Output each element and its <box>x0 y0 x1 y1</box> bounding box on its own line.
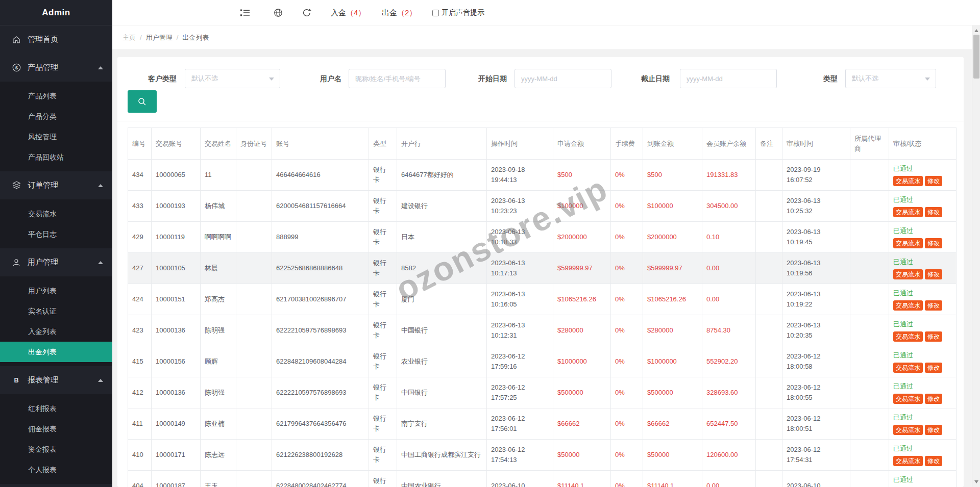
sidebar-subitem-产品分类[interactable]: 产品分类 <box>0 106 112 126</box>
username-input[interactable] <box>349 69 446 88</box>
type-select[interactable]: 默认不选 <box>845 69 936 88</box>
customer-type-value: 默认不选 <box>191 74 218 82</box>
breadcrumb-home[interactable]: 主页 <box>122 33 136 42</box>
table-cell: 0% <box>611 346 643 377</box>
edit-button[interactable]: 修改 <box>925 394 942 404</box>
deposit-badge[interactable]: 入金（4） <box>331 0 365 25</box>
table-cell: 啊啊啊啊 <box>201 222 236 253</box>
search-icon <box>137 97 147 107</box>
table-cell: 433 <box>128 191 152 222</box>
vertical-scrollbar[interactable] <box>972 25 980 487</box>
table-cell: 6217003810026896707 <box>272 284 369 315</box>
edit-button[interactable]: 修改 <box>925 331 942 342</box>
table-cell: $280000 <box>643 315 702 346</box>
sidebar-subitem-资金报表[interactable]: 资金报表 <box>0 439 112 459</box>
sidebar-subitem-产品列表[interactable]: 产品列表 <box>0 86 112 106</box>
scroll-up-icon[interactable] <box>972 27 980 35</box>
sound-checkbox[interactable] <box>432 10 439 16</box>
table-cell: 0% <box>611 191 643 222</box>
transaction-flow-button[interactable]: 交易流水 <box>893 207 923 217</box>
transaction-flow-button[interactable]: 交易流水 <box>893 363 923 373</box>
sidebar-item-label: 订单管理 <box>28 181 58 190</box>
column-header: 所属代理商 <box>850 128 889 160</box>
status-passed-label: 已通过 <box>893 475 952 485</box>
transaction-flow-button[interactable]: 交易流水 <box>893 269 923 279</box>
sidebar-item-用户管理[interactable]: 用户管理 <box>0 248 112 276</box>
collapse-sidebar-icon[interactable] <box>240 0 250 25</box>
transaction-flow-button[interactable]: 交易流水 <box>893 331 923 342</box>
status-cell: 已通过交易流水修改 <box>889 284 957 315</box>
table-cell: 0% <box>611 222 643 253</box>
edit-button[interactable]: 修改 <box>925 238 942 248</box>
transaction-flow-button[interactable]: 交易流水 <box>893 425 923 435</box>
edit-button[interactable]: 修改 <box>925 176 942 186</box>
scroll-down-icon[interactable] <box>972 478 980 486</box>
table-cell: 0% <box>611 471 643 487</box>
transaction-flow-button[interactable]: 交易流水 <box>893 394 923 404</box>
sidebar-subitem-出金列表[interactable]: 出金列表 <box>0 342 112 362</box>
status-cell: 已通过交易流水修改 <box>889 253 957 284</box>
table-cell: 2023-06-13 10:19:56 <box>782 253 850 284</box>
table-cell: $280000 <box>553 315 611 346</box>
breadcrumb-user-mgmt[interactable]: 用户管理 <box>146 33 173 42</box>
table-cell <box>756 377 782 408</box>
username-label: 用户名 <box>320 69 341 88</box>
edit-button[interactable]: 修改 <box>925 207 942 217</box>
column-header: 备注 <box>756 128 782 160</box>
sidebar-subitem-入金列表[interactable]: 入金列表 <box>0 321 112 342</box>
sidebar-subitem-产品回收站[interactable]: 产品回收站 <box>0 147 112 167</box>
sidebar-item-系统管理[interactable]: 系统管理 <box>0 484 112 487</box>
sidebar-subitem-交易流水[interactable]: 交易流水 <box>0 203 112 224</box>
edit-button[interactable]: 修改 <box>925 300 942 311</box>
sidebar-item-产品管理[interactable]: $产品管理 <box>0 54 112 82</box>
edit-button[interactable]: 修改 <box>925 363 942 373</box>
globe-icon[interactable] <box>274 0 283 25</box>
search-button[interactable] <box>128 90 157 113</box>
sidebar-subitem-用户列表[interactable]: 用户列表 <box>0 280 112 301</box>
edit-button[interactable]: 修改 <box>925 456 942 466</box>
table-cell: 6228480028402462774 <box>272 471 369 487</box>
transaction-flow-button[interactable]: 交易流水 <box>893 456 923 466</box>
refresh-icon[interactable] <box>302 0 311 25</box>
table-cell <box>756 315 782 346</box>
transaction-flow-button[interactable]: 交易流水 <box>893 238 923 248</box>
end-date-label: 截止日期 <box>641 69 670 88</box>
table-cell: 2023-06-13 10:19:22 <box>782 284 850 315</box>
table-cell: 10000193 <box>152 191 201 222</box>
table-cell: $1000000 <box>643 346 702 377</box>
sidebar-item-管理首页[interactable]: 管理首页 <box>0 25 112 54</box>
sidebar-subitem-佣金报表[interactable]: 佣金报表 <box>0 419 112 439</box>
table-cell <box>756 160 782 191</box>
table-cell <box>756 222 782 253</box>
sidebar-subitem-红利报表[interactable]: 红利报表 <box>0 398 112 419</box>
customer-type-select[interactable]: 默认不选 <box>185 69 280 88</box>
table-row: 42710000105林晨622525686868886648银行卡858220… <box>128 253 957 284</box>
sidebar-subitem-平仓日志[interactable]: 平仓日志 <box>0 224 112 244</box>
start-date-input[interactable] <box>514 69 611 88</box>
status-cell: 已通过交易流水修改 <box>889 160 957 191</box>
sidebar-item-报表管理[interactable]: B报表管理 <box>0 366 112 394</box>
sound-label: 开启声音提示 <box>442 8 484 17</box>
status-passed-label: 已通过 <box>893 195 952 205</box>
end-date-input[interactable] <box>680 69 777 88</box>
column-header: 编号 <box>128 128 152 160</box>
edit-button[interactable]: 修改 <box>925 425 942 435</box>
status-cell: 已通过交易流水修改 <box>889 471 957 487</box>
sidebar-subitem-风控管理[interactable]: 风控管理 <box>0 126 112 147</box>
transaction-flow-button[interactable]: 交易流水 <box>893 300 923 311</box>
sidebar-subitem-实名认证[interactable]: 实名认证 <box>0 301 112 321</box>
column-header: 审核时间 <box>782 128 850 160</box>
customer-type-label: 客户类型 <box>148 69 177 88</box>
sidebar-item-订单管理[interactable]: 订单管理 <box>0 171 112 199</box>
table-cell: 6222210597576898693 <box>272 377 369 408</box>
table-cell: $50000 <box>643 440 702 471</box>
table-cell <box>756 191 782 222</box>
transaction-flow-button[interactable]: 交易流水 <box>893 176 923 186</box>
table-cell: $1065216.26 <box>553 284 611 315</box>
edit-button[interactable]: 修改 <box>925 269 942 279</box>
sidebar-subitem-个人报表[interactable]: 个人报表 <box>0 459 112 480</box>
scrollbar-thumb[interactable] <box>973 35 979 79</box>
table-cell: 顾辉 <box>201 346 236 377</box>
table-cell: $100000 <box>643 191 702 222</box>
withdraw-badge[interactable]: 出金（2） <box>382 0 416 25</box>
